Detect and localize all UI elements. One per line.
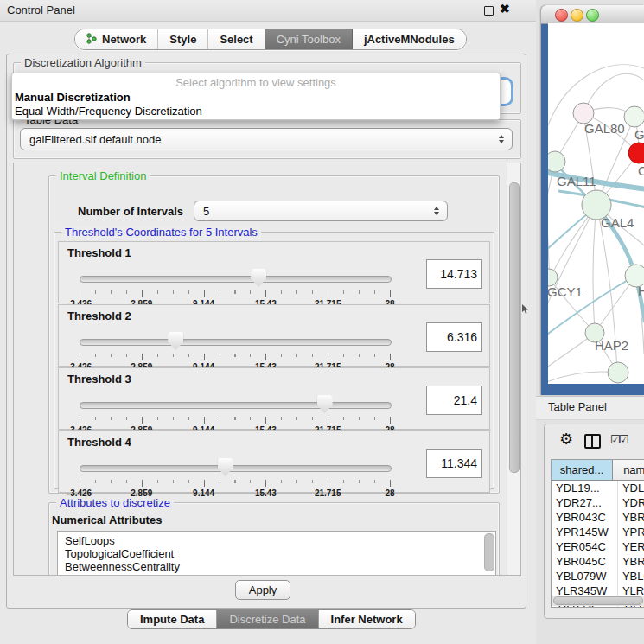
thresholds-group: Threshold's Coordinates for 5 Intervals …	[54, 232, 494, 489]
table-horizontal-scrollbar[interactable]	[552, 596, 644, 606]
cell-shared[interactable]: YPR145W	[552, 525, 618, 539]
slider-track[interactable]	[80, 339, 392, 346]
cell-name[interactable]: YDL19...	[618, 481, 644, 495]
tab-cyni-toolbox-label: Cyni Toolbox	[277, 33, 341, 46]
table-row[interactable]: YBR045CYBR045C	[552, 554, 644, 569]
tick	[142, 480, 143, 487]
cell-shared[interactable]: YBL079W	[552, 569, 618, 583]
tick	[328, 417, 328, 424]
threshold-1-title: Threshold 1	[67, 246, 131, 259]
table-row[interactable]: YBR043CYBR043C	[552, 510, 644, 525]
cell-shared[interactable]: YDL19...	[552, 481, 618, 495]
scrollbar-thumb[interactable]	[509, 182, 520, 473]
algorithm-group-label: Discretization Algorithm	[21, 56, 145, 69]
tab-discretize-data[interactable]: Discretize Data	[217, 610, 318, 628]
tab-select-label: Select	[220, 33, 252, 46]
slider-track[interactable]	[80, 465, 392, 472]
list-item[interactable]: BetweennessCentrality	[58, 560, 495, 573]
table-data-combobox[interactable]: galFiltered.sif default node	[20, 128, 513, 150]
tick	[204, 417, 205, 424]
settings-vertical-scrollbar[interactable]	[507, 163, 520, 575]
threshold-4-value-field[interactable]: 11.344	[426, 449, 482, 478]
threshold-1-value-field[interactable]: 14.713	[426, 259, 482, 289]
tick	[80, 354, 80, 360]
cell-shared[interactable]: YBR043C	[552, 510, 618, 525]
cell-name[interactable]: YBR043C	[618, 510, 644, 525]
tab-network-label: Network	[102, 33, 146, 46]
node-partial-top-right[interactable]	[624, 106, 644, 127]
threshold-3-panel: Threshold 3 -3.426 2.859 9.144 15.43 21.…	[58, 367, 490, 430]
table-header-row: shared... name	[552, 460, 644, 481]
slider-thumb[interactable]	[317, 395, 333, 413]
node-gcy1[interactable]	[548, 269, 558, 286]
zoom-traffic-light-icon[interactable]	[586, 9, 599, 22]
tick-label: 28	[385, 488, 394, 498]
slider-thumb[interactable]	[218, 458, 233, 476]
node-label-partial-c: C	[638, 163, 644, 178]
slider-thumb[interactable]	[168, 332, 183, 350]
mouse-cursor	[521, 304, 530, 315]
cell-name[interactable]: YPR145W	[618, 525, 644, 539]
list-item[interactable]: SelfLoops	[58, 532, 495, 547]
apply-button[interactable]: Apply	[235, 580, 290, 600]
numerical-attributes-list[interactable]: SelfLoops TopologicalCoefficient Between…	[57, 531, 496, 576]
table-row[interactable]: YBL079WYBL079W	[552, 569, 644, 583]
tab-cyni-toolbox[interactable]: Cyni Toolbox	[265, 29, 353, 49]
close-icon[interactable]: ✖	[500, 2, 510, 16]
minimize-traffic-light-icon[interactable]	[571, 9, 583, 22]
cell-shared[interactable]: YDR27...	[552, 495, 618, 510]
tick	[204, 480, 205, 487]
cell-shared[interactable]: YBR045C	[552, 554, 618, 569]
slider-thumb[interactable]	[251, 269, 266, 287]
tab-infer-network-label: Infer Network	[331, 613, 403, 626]
table-row[interactable]: YER054CYER054C	[552, 539, 644, 554]
number-of-intervals-combobox[interactable]: 5	[194, 201, 448, 221]
cell-name[interactable]: YER054C	[618, 539, 644, 554]
column-header-name[interactable]: name	[613, 460, 644, 481]
dropdown-option-equal-width[interactable]: Equal Width/Frequency Discretization	[15, 105, 202, 118]
table-row[interactable]: YDL19...YDL19...	[552, 481, 644, 495]
split-panel-icon[interactable]	[584, 434, 601, 449]
cell-name[interactable]: YDR27...	[618, 495, 644, 510]
list-scrollbar[interactable]	[484, 533, 494, 571]
float-window-icon[interactable]	[484, 6, 494, 16]
control-panel-titlebar: Control Panel ✖	[0, 0, 536, 22]
table-row[interactable]: YDR27...YDR27...	[552, 495, 644, 510]
scrollbar-thumb[interactable]	[553, 596, 643, 605]
cell-name[interactable]: YBL079W	[618, 569, 644, 583]
node-gal11[interactable]	[548, 151, 565, 172]
network-icon	[86, 33, 97, 47]
tab-infer-network[interactable]: Infer Network	[319, 610, 415, 628]
table-row[interactable]: YPR145WYPR145W	[552, 525, 644, 539]
dropdown-prompt: Select algorithm to view settings	[12, 76, 500, 89]
network-canvas[interactable]: GAL80 GA C GAL11 GAL4 GCY1 H HAP2	[548, 23, 644, 384]
checkbox-columns-icon[interactable]: ☑☑	[610, 433, 627, 446]
threshold-3-value-field[interactable]: 21.4	[426, 386, 482, 415]
attributes-group: Attributes to discretize Numerical Attri…	[48, 502, 500, 576]
tick	[390, 480, 391, 487]
tab-style[interactable]: Style	[158, 29, 208, 49]
node-label-gal11: GAL11	[557, 174, 596, 188]
list-item[interactable]: TopologicalCoefficient	[58, 547, 495, 560]
cell-name[interactable]: YBR045C	[618, 554, 644, 569]
number-of-intervals-value: 5	[203, 205, 209, 218]
slider-track[interactable]	[80, 276, 392, 283]
tab-jactivemnodules[interactable]: jActiveMNodules	[353, 29, 466, 49]
column-header-shared-name[interactable]: shared...	[552, 460, 613, 481]
slider-track[interactable]	[80, 402, 392, 409]
tab-impute-data[interactable]: Impute Data	[128, 610, 217, 628]
close-traffic-light-icon[interactable]	[555, 9, 568, 22]
dropdown-option-manual[interactable]: Manual Discretization	[15, 91, 131, 104]
threshold-1-slider: -3.426 2.859 9.144 15.43 21.715 28	[80, 268, 390, 303]
tick	[80, 480, 80, 487]
tick-label: 21.715	[315, 488, 341, 498]
gear-icon[interactable]: ⚙	[559, 431, 573, 447]
node-partial-bottom[interactable]	[608, 362, 628, 383]
table-panel-title: Table Panel	[548, 400, 607, 413]
tab-select[interactable]: Select	[208, 29, 265, 49]
threshold-4-slider: -3.426 2.859 9.144 15.43 21.715 28	[80, 457, 390, 492]
table-data-group: Table Data galFiltered.sif default node	[13, 119, 521, 159]
cell-shared[interactable]: YER054C	[552, 539, 618, 554]
threshold-2-value-field[interactable]: 6.316	[426, 322, 482, 352]
tab-network[interactable]: Network	[75, 29, 158, 49]
